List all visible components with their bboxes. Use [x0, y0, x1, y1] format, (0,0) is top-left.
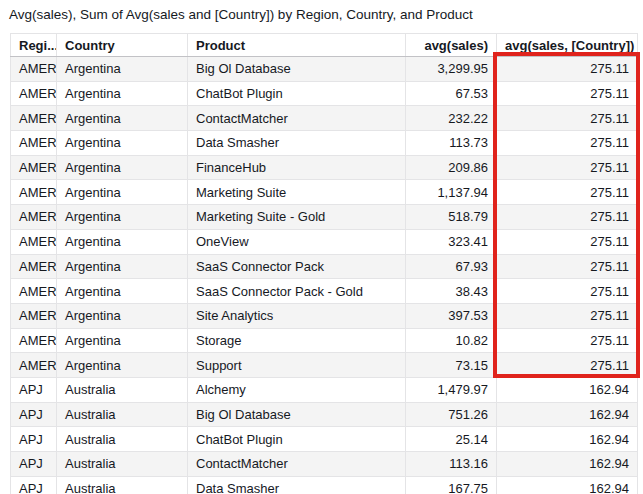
cell-country[interactable]: Argentina	[57, 180, 188, 205]
cell-region[interactable]: AMER	[11, 328, 57, 353]
table-row[interactable]: AMER Argentina Marketing Suite 1,137.94 …	[11, 180, 638, 205]
cell-country[interactable]: Argentina	[57, 106, 188, 131]
cell-region[interactable]: APJ	[11, 427, 57, 452]
cell-country[interactable]: Argentina	[57, 81, 188, 106]
table-row[interactable]: AMER Argentina OneView 323.41 275.11	[11, 229, 638, 254]
cell-avg-sales[interactable]: 10.82	[406, 328, 497, 353]
cell-product[interactable]: SaaS Connector Pack	[188, 254, 406, 279]
cell-avg-sales[interactable]: 167.75	[406, 476, 497, 494]
cell-product[interactable]: ChatBot Plugin	[188, 81, 406, 106]
cell-product[interactable]: ContactMatcher	[188, 452, 406, 477]
column-header-product[interactable]: Product	[188, 34, 406, 57]
cell-product[interactable]: Storage	[188, 328, 406, 353]
cell-region[interactable]: AMER	[11, 57, 57, 82]
column-header-avg-sales-country[interactable]: avg(sales, [Country])	[497, 34, 638, 57]
cell-avg-sales-country[interactable]: 275.11	[497, 155, 638, 180]
cell-country[interactable]: Argentina	[57, 279, 188, 304]
cell-region[interactable]: AMER	[11, 180, 57, 205]
cell-avg-sales-country[interactable]: 275.11	[497, 106, 638, 131]
table-row[interactable]: APJ Australia Data Smasher 167.75 162.94	[11, 476, 638, 494]
cell-product[interactable]: ContactMatcher	[188, 106, 406, 131]
table-row[interactable]: AMER Argentina Site Analytics 397.53 275…	[11, 303, 638, 328]
cell-region[interactable]: APJ	[11, 452, 57, 477]
cell-region[interactable]: AMER	[11, 155, 57, 180]
cell-country[interactable]: Argentina	[57, 303, 188, 328]
cell-avg-sales[interactable]: 751.26	[406, 402, 497, 427]
cell-product[interactable]: FinanceHub	[188, 155, 406, 180]
cell-country[interactable]: Argentina	[57, 328, 188, 353]
cell-avg-sales[interactable]: 67.93	[406, 254, 497, 279]
table-row[interactable]: AMER Argentina Storage 10.82 275.11	[11, 328, 638, 353]
cell-region[interactable]: APJ	[11, 402, 57, 427]
cell-avg-sales-country[interactable]: 275.11	[497, 57, 638, 82]
cell-avg-sales-country[interactable]: 162.94	[497, 476, 638, 494]
cell-avg-sales[interactable]: 1,137.94	[406, 180, 497, 205]
cell-product[interactable]: Site Analytics	[188, 303, 406, 328]
table-row[interactable]: AMER Argentina SaaS Connector Pack 67.93…	[11, 254, 638, 279]
cell-region[interactable]: AMER	[11, 353, 57, 378]
cell-product[interactable]: Marketing Suite	[188, 180, 406, 205]
table-row[interactable]: AMER Argentina Data Smasher 113.73 275.1…	[11, 131, 638, 156]
cell-product[interactable]: SaaS Connector Pack - Gold	[188, 279, 406, 304]
cell-product[interactable]: Big Ol Database	[188, 402, 406, 427]
cell-avg-sales-country[interactable]: 275.11	[497, 279, 638, 304]
cell-avg-sales-country[interactable]: 275.11	[497, 180, 638, 205]
cell-avg-sales[interactable]: 232.22	[406, 106, 497, 131]
table-row[interactable]: APJ Australia Alchemy 1,479.97 162.94	[11, 377, 638, 402]
table-row[interactable]: AMER Argentina ChatBot Plugin 67.53 275.…	[11, 81, 638, 106]
cell-country[interactable]: Argentina	[57, 353, 188, 378]
cell-avg-sales[interactable]: 323.41	[406, 229, 497, 254]
cell-avg-sales[interactable]: 113.73	[406, 131, 497, 156]
cell-region[interactable]: APJ	[11, 476, 57, 494]
cell-region[interactable]: AMER	[11, 279, 57, 304]
cell-avg-sales[interactable]: 518.79	[406, 205, 497, 230]
cell-avg-sales-country[interactable]: 162.94	[497, 452, 638, 477]
cell-avg-sales[interactable]: 3,299.95	[406, 57, 497, 82]
cell-product[interactable]: Marketing Suite - Gold	[188, 205, 406, 230]
table-row[interactable]: APJ Australia Big Ol Database 751.26 162…	[11, 402, 638, 427]
table-row[interactable]: AMER Argentina Marketing Suite - Gold 51…	[11, 205, 638, 230]
cell-avg-sales-country[interactable]: 275.11	[497, 353, 638, 378]
cell-product[interactable]: Alchemy	[188, 377, 406, 402]
cell-avg-sales[interactable]: 38.43	[406, 279, 497, 304]
cell-avg-sales-country[interactable]: 162.94	[497, 402, 638, 427]
cell-avg-sales-country[interactable]: 275.11	[497, 254, 638, 279]
cell-region[interactable]: AMER	[11, 81, 57, 106]
cell-avg-sales[interactable]: 397.53	[406, 303, 497, 328]
cell-region[interactable]: AMER	[11, 254, 57, 279]
table-row[interactable]: AMER Argentina SaaS Connector Pack - Gol…	[11, 279, 638, 304]
table-row[interactable]: AMER Argentina ContactMatcher 232.22 275…	[11, 106, 638, 131]
cell-avg-sales-country[interactable]: 275.11	[497, 303, 638, 328]
cell-avg-sales-country[interactable]: 275.11	[497, 328, 638, 353]
cell-product[interactable]: Data Smasher	[188, 131, 406, 156]
cell-country[interactable]: Argentina	[57, 205, 188, 230]
column-header-avg-sales[interactable]: avg(sales)	[406, 34, 497, 57]
cell-region[interactable]: AMER	[11, 303, 57, 328]
column-header-region[interactable]: Regi...	[11, 34, 57, 57]
cell-country[interactable]: Argentina	[57, 155, 188, 180]
table-row[interactable]: AMER Argentina FinanceHub 209.86 275.11	[11, 155, 638, 180]
cell-avg-sales-country[interactable]: 162.94	[497, 377, 638, 402]
cell-avg-sales-country[interactable]: 275.11	[497, 229, 638, 254]
cell-avg-sales[interactable]: 73.15	[406, 353, 497, 378]
cell-avg-sales-country[interactable]: 162.94	[497, 427, 638, 452]
table-row[interactable]: AMER Argentina Support 73.15 275.11	[11, 353, 638, 378]
cell-country[interactable]: Australia	[57, 377, 188, 402]
cell-region[interactable]: AMER	[11, 106, 57, 131]
cell-product[interactable]: Support	[188, 353, 406, 378]
cell-country[interactable]: Argentina	[57, 254, 188, 279]
cell-avg-sales[interactable]: 25.14	[406, 427, 497, 452]
cell-region[interactable]: APJ	[11, 377, 57, 402]
cell-country[interactable]: Argentina	[57, 131, 188, 156]
cell-country[interactable]: Australia	[57, 452, 188, 477]
cell-avg-sales-country[interactable]: 275.11	[497, 131, 638, 156]
cell-region[interactable]: AMER	[11, 205, 57, 230]
cell-avg-sales[interactable]: 113.16	[406, 452, 497, 477]
cell-country[interactable]: Argentina	[57, 229, 188, 254]
table-row[interactable]: APJ Australia ContactMatcher 113.16 162.…	[11, 452, 638, 477]
cell-avg-sales[interactable]: 1,479.97	[406, 377, 497, 402]
cell-region[interactable]: AMER	[11, 131, 57, 156]
cell-avg-sales-country[interactable]: 275.11	[497, 81, 638, 106]
cell-product[interactable]: ChatBot Plugin	[188, 427, 406, 452]
cell-region[interactable]: AMER	[11, 229, 57, 254]
